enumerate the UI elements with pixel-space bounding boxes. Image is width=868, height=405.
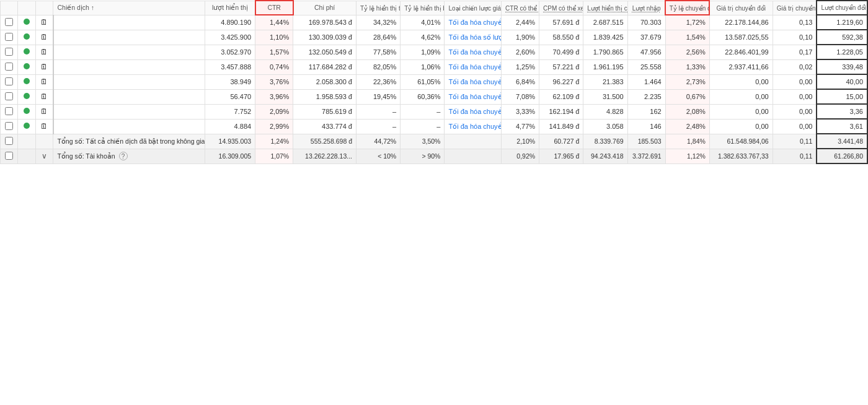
row-ty-le-hien-thi-mang: – (356, 104, 400, 119)
row-ty-le-bi-mat: 1,06% (401, 59, 445, 74)
account-expand-icon[interactable]: ∨ (35, 149, 53, 163)
row-loai-chien-luoc[interactable]: Tối đa hóa chuyển đổi (445, 89, 502, 104)
row-ty-le-hien-thi-mang: 34,32% (356, 15, 400, 30)
row-luot-hien-thi-co-the: 1.790.865 (583, 45, 627, 59)
row-luot-chuyen-doi: 3,36 (817, 104, 867, 119)
row-ctr: 3,76% (255, 74, 293, 89)
row-luot-nhap: 162 (627, 104, 665, 119)
row-luot-hien-thi: 4.884 (205, 119, 255, 134)
row-luot-hien-thi-co-the: 4.828 (583, 104, 627, 119)
row-loai-chien-luoc[interactable]: Tối đa hóa chuyển đổi (445, 74, 502, 89)
row-calendar-icon[interactable]: 🗓 (35, 45, 53, 59)
row-status[interactable] (18, 15, 35, 30)
total-icon (35, 134, 53, 149)
row-ty-le-chuyen-doi: 1,54% (665, 30, 709, 45)
row-status[interactable] (18, 59, 35, 74)
row-luot-nhap: 37.679 (627, 30, 665, 45)
row-ctr: 2,99% (255, 119, 293, 134)
row-chi-phi: 130.309.039 đ (293, 30, 356, 45)
row-ty-le-bi-mat: 1,09% (401, 45, 445, 59)
header-gia-tri-cp: Giá trị chuyển đổi / chi phí (773, 1, 817, 15)
row-ty-le-bi-mat: – (401, 104, 445, 119)
row-loai-chien-luoc[interactable]: Tối đa hóa chuyển đổi (445, 45, 502, 59)
row-calendar-icon[interactable]: 🗓 (35, 15, 53, 30)
total-ty-le-chuyen-doi: 1,84% (665, 134, 709, 149)
total-luot-chuyen-doi: 3.441,48 (817, 134, 867, 149)
table-row: 🗓 3.425.900 1,10% 130.309.039 đ 28,64% 4… (1, 30, 868, 45)
row-luot-nhap: 47.956 (627, 45, 665, 59)
row-chi-phi: 117.684.282 đ (293, 59, 356, 74)
row-loai-chien-luoc[interactable]: Tối đa hóa chuyển đổi (445, 59, 502, 74)
row-checkbox[interactable] (1, 104, 18, 119)
header-luot-chuyen-doi: Lượt chuyển đổi (817, 1, 867, 15)
row-ty-le-bi-mat: 4,01% (401, 15, 445, 30)
row-gia-tri-cp: 0,00 (773, 89, 817, 104)
row-status[interactable] (18, 45, 35, 59)
row-luot-chuyen-doi: 1.219,60 (817, 15, 867, 30)
row-loai-chien-luoc[interactable]: Tối đa hóa số lượt nhập (445, 30, 502, 45)
row-gia-tri-chuyen-doi: 2.937.411,66 (709, 59, 773, 74)
row-campaign-name (53, 45, 205, 59)
row-checkbox[interactable] (1, 59, 18, 74)
total-checkbox[interactable] (1, 134, 18, 149)
row-campaign-name (53, 89, 205, 104)
account-ty-le-chuyen-doi: 1,12% (665, 149, 709, 163)
table-row: 🗓 4.890.190 1,44% 169.978.543 đ 34,32% 4… (1, 15, 868, 30)
header-loai-chien-luoc: Loại chiến lược giá thầu (445, 1, 502, 15)
row-calendar-icon[interactable]: 🗓 (35, 30, 53, 45)
row-loai-chien-luoc[interactable]: Tối đa hóa chuyển đổi (445, 119, 502, 134)
account-gia-tri-chuyen-doi: 1.382.633.767,33 (709, 149, 773, 163)
total-ty-le-bi-mat: 3,50% (401, 134, 445, 149)
header-status (18, 1, 35, 15)
header-checkbox (1, 1, 18, 15)
account-tooltip-icon[interactable]: ? (119, 152, 128, 160)
row-ty-le-chuyen-doi: 2,48% (665, 119, 709, 134)
row-calendar-icon[interactable]: 🗓 (35, 104, 53, 119)
row-cpm-co-the: 57.691 đ (539, 15, 583, 30)
row-calendar-icon[interactable]: 🗓 (35, 74, 53, 89)
row-checkbox[interactable] (1, 30, 18, 45)
total-label: Tổng số: Tất cả chiến dịch đã bật trong … (53, 134, 205, 149)
total-chi-phi: 555.258.698 đ (293, 134, 356, 149)
header-ctr: CTR (255, 1, 293, 15)
row-status[interactable] (18, 89, 35, 104)
account-checkbox[interactable] (1, 149, 18, 163)
row-loai-chien-luoc[interactable]: Tối đa hóa chuyển đổi (445, 104, 502, 119)
row-luot-hien-thi-co-the: 3.058 (583, 119, 627, 134)
row-gia-tri-cp: 0,13 (773, 15, 817, 30)
account-status (18, 149, 35, 163)
row-calendar-icon[interactable]: 🗓 (35, 59, 53, 74)
row-status[interactable] (18, 104, 35, 119)
row-checkbox[interactable] (1, 74, 18, 89)
row-checkbox[interactable] (1, 15, 18, 30)
row-ty-le-hien-thi-mang: 28,64% (356, 30, 400, 45)
row-ctr: 2,09% (255, 104, 293, 119)
header-luot-hien-thi-co-the: Lượt hiển thị có thể xem (583, 1, 627, 15)
table-row: 🗓 4.884 2,99% 433.774 đ – – Tối đa hóa c… (1, 119, 868, 134)
row-ty-le-chuyen-doi: 1,33% (665, 59, 709, 74)
row-ty-le-hien-thi-mang: 82,05% (356, 59, 400, 74)
row-gia-tri-chuyen-doi: 13.587.025,55 (709, 30, 773, 45)
header-ctr-co-the: CTR có thể xem (502, 1, 539, 15)
row-status[interactable] (18, 74, 35, 89)
row-gia-tri-chuyen-doi: 0,00 (709, 119, 773, 134)
row-calendar-icon[interactable]: 🗓 (35, 119, 53, 134)
row-checkbox[interactable] (1, 119, 18, 134)
row-status[interactable] (18, 30, 35, 45)
row-cpm-co-the: 57.221 đ (539, 59, 583, 74)
row-ty-le-hien-thi-mang: 77,58% (356, 45, 400, 59)
account-loai-chien-luoc (445, 149, 502, 163)
row-luot-nhap: 1.464 (627, 74, 665, 89)
row-checkbox[interactable] (1, 89, 18, 104)
total-luot-hien-thi: 14.935.003 (205, 134, 255, 149)
row-calendar-icon[interactable]: 🗓 (35, 89, 53, 104)
total-loai-chien-luoc (445, 134, 502, 149)
row-checkbox[interactable] (1, 45, 18, 59)
row-gia-tri-chuyen-doi: 0,00 (709, 89, 773, 104)
row-status[interactable] (18, 119, 35, 134)
row-ctr: 1,10% (255, 30, 293, 45)
row-chi-phi: 132.050.549 đ (293, 45, 356, 59)
row-ctr-co-the: 1,25% (502, 59, 539, 74)
account-luot-nhap: 3.372.691 (627, 149, 665, 163)
row-loai-chien-luoc[interactable]: Tối đa hóa chuyển đổi (445, 15, 502, 30)
